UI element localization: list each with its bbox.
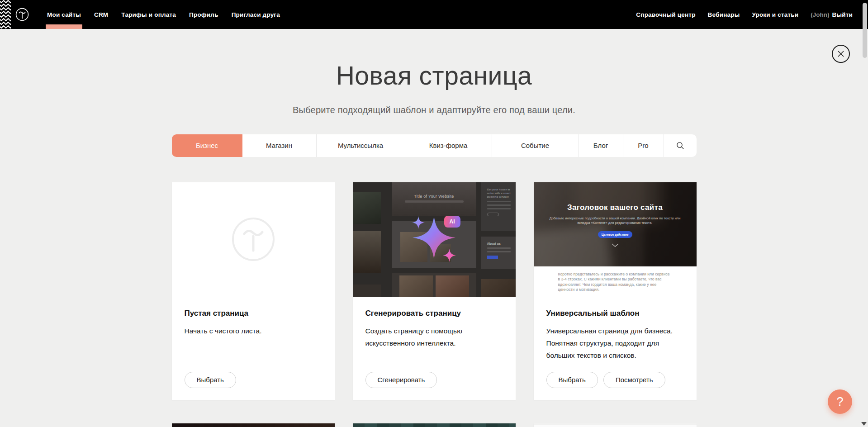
nav-item-crm[interactable]: CRM [94, 0, 108, 29]
tab-quiz-form[interactable]: Квиз-форма [405, 134, 492, 157]
ai-badge: AI [444, 216, 460, 228]
card-template-light[interactable] [534, 423, 697, 427]
card-title: Сгенерировать страницу [365, 309, 503, 318]
collage-about-heading: About us [487, 242, 516, 245]
nav-item-profile[interactable]: Профиль [189, 0, 218, 29]
tab-blog[interactable]: Блог [579, 134, 623, 157]
nav-item-tariffs[interactable]: Тарифы и оплата [121, 0, 176, 29]
tab-business[interactable]: Бизнес [172, 134, 242, 157]
template-body-text: Коротко представьтесь и расскажите о ком… [558, 272, 672, 293]
collage-photo-right-bottom [481, 279, 516, 297]
generate-button[interactable]: Сгенерировать [365, 372, 437, 388]
close-icon [837, 50, 845, 58]
nav-item-lessons[interactable]: Уроки и статьи [752, 0, 798, 29]
card-title: Универсальный шаблон [546, 309, 684, 318]
close-button[interactable] [832, 45, 850, 63]
card-description: Начать с чистого листа. [185, 325, 322, 337]
collage-interior-block [392, 221, 476, 268]
universal-template-preview: Заголовок вашего сайта Добавьте интересн… [534, 182, 697, 297]
nav-item-webinars[interactable]: Вебинары [708, 0, 740, 29]
card-description: Создать страницу с помощью искусственног… [365, 325, 503, 349]
collage-cleaning-heading: Get your house in order with a smart cle… [487, 188, 513, 199]
preview-template-button[interactable]: Посмотреть [603, 372, 665, 388]
tab-pro[interactable]: Pro [623, 134, 664, 157]
collage-about-card: About us [481, 237, 516, 269]
nav-item-my-sites[interactable]: Мои сайты [47, 0, 81, 29]
nav-item-invite-friend[interactable]: Пригласи друга [232, 0, 280, 29]
user-session: (John) Выйти [811, 11, 853, 18]
help-button[interactable]: ? [828, 389, 852, 414]
choose-blank-button[interactable]: Выбрать [185, 372, 236, 388]
navbar-left-menu: Мои сайты CRM Тарифы и оплата Профиль Пр… [47, 0, 280, 29]
tab-search[interactable] [664, 134, 697, 157]
template-cards-row: Пустая страница Начать с чистого листа. … [172, 182, 697, 400]
template-hero-section: Заголовок вашего сайта Добавьте интересн… [534, 182, 697, 266]
tilda-watermark-icon [232, 217, 275, 261]
collage-site-hero: Title of Your Website [392, 182, 476, 216]
template-cards-row-2 [172, 423, 697, 427]
page-subtitle: Выберите подходящий шаблон и адаптируйте… [0, 105, 868, 115]
chevron-down-icon [612, 243, 619, 247]
card-generate-ai[interactable]: Title of Your Website Get your house in … [353, 182, 516, 400]
card-template-teal[interactable] [353, 423, 516, 427]
template-cta-button: Целевое действие [598, 231, 632, 238]
scrollbar-thumb[interactable] [863, 3, 867, 58]
zigzag-pattern-decoration [0, 0, 11, 29]
ai-preview-collage: Title of Your Website Get your house in … [353, 182, 516, 297]
collage-site-title: Title of Your Website [392, 194, 476, 199]
user-name-label: (John) [811, 11, 829, 18]
card-universal-template[interactable]: Заголовок вашего сайта Добавьте интересн… [534, 182, 697, 400]
scrollbar-down-arrow-icon[interactable] [861, 422, 867, 426]
page-title: Новая страница [0, 62, 868, 90]
card-title: Пустая страница [185, 309, 322, 318]
choose-template-button[interactable]: Выбрать [546, 372, 598, 388]
collage-photo-people-left [353, 285, 381, 297]
tab-shop[interactable]: Магазин [242, 134, 317, 157]
collage-photo-desk [353, 192, 381, 224]
navbar-right-menu: Справочный центр Вебинары Уроки и статьи… [636, 0, 853, 29]
top-navbar: Мои сайты CRM Тарифы и оплата Профиль Пр… [0, 0, 868, 29]
logout-link[interactable]: Выйти [832, 11, 853, 18]
template-category-tabs: Бизнес Магазин Мультиссылка Квиз-форма С… [172, 134, 697, 157]
card-blank-page[interactable]: Пустая страница Начать с чистого листа. … [172, 182, 335, 400]
tab-event[interactable]: Событие [492, 134, 579, 157]
page-background: { "navbar": { "items_left": [ { "label":… [0, 0, 868, 427]
blank-page-preview [172, 182, 335, 297]
tilda-logo-icon[interactable] [15, 8, 29, 21]
search-icon [676, 142, 684, 150]
nav-item-help-center[interactable]: Справочный центр [636, 0, 695, 29]
collage-people-block [392, 273, 476, 297]
collage-site-subtitle-line [405, 200, 464, 203]
tab-multilink[interactable]: Мультиссылка [317, 134, 405, 157]
card-template-dark[interactable] [172, 423, 335, 427]
collage-photo-sofa [353, 231, 381, 273]
card-description: Универсальная страница для бизнеса. Поня… [546, 325, 684, 361]
template-hero-subtitle: Добавьте интересные подробности о вашей … [550, 216, 681, 225]
collage-text-card: Get your house in order with a smart cle… [481, 182, 516, 231]
template-hero-title: Заголовок вашего сайта [567, 203, 663, 212]
